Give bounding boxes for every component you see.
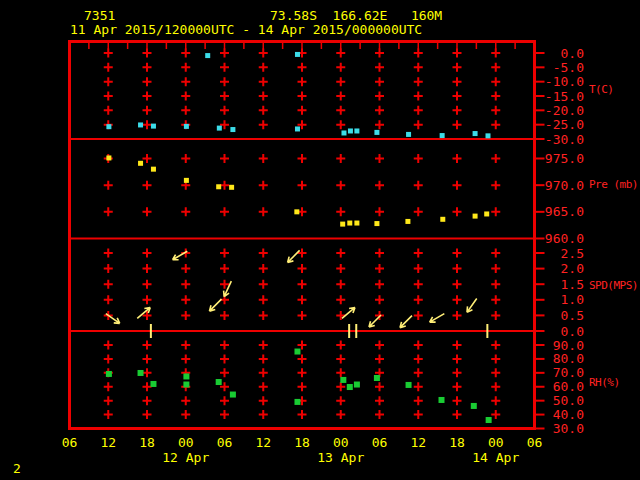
x-tick-label: 06 xyxy=(62,435,78,450)
pressure-point xyxy=(151,167,156,172)
grid-tick xyxy=(259,106,268,115)
grid-tick xyxy=(181,49,190,58)
grid-tick xyxy=(259,77,268,86)
grid-tick xyxy=(491,368,500,377)
grid-tick xyxy=(414,410,423,419)
grid-tick xyxy=(259,311,268,320)
grid-tick xyxy=(220,49,229,58)
date-label: 13 Apr xyxy=(317,450,364,465)
grid-tick xyxy=(453,106,462,115)
grid-tick xyxy=(220,92,229,101)
grid-tick xyxy=(143,410,152,419)
grid-tick xyxy=(259,368,268,377)
grid-tick xyxy=(259,63,268,72)
grid-tick xyxy=(336,49,345,58)
y-tick-label: 0.0 xyxy=(561,324,584,339)
rh-point xyxy=(150,381,156,387)
grid-tick xyxy=(336,63,345,72)
grid-tick xyxy=(336,106,345,115)
grid-tick xyxy=(104,106,113,115)
grid-tick xyxy=(143,106,152,115)
temp-point xyxy=(348,128,353,133)
grid-tick xyxy=(181,341,190,350)
panel-label: Pre (mb) xyxy=(589,178,638,191)
grid-tick xyxy=(336,77,345,86)
grid-tick xyxy=(220,341,229,350)
rh-point xyxy=(374,375,380,381)
grid-tick xyxy=(104,92,113,101)
grid-tick xyxy=(181,92,190,101)
grid-tick xyxy=(259,207,268,216)
rh-point xyxy=(486,417,492,423)
pressure-point xyxy=(138,161,143,166)
grid-tick xyxy=(453,382,462,391)
grid-tick xyxy=(104,63,113,72)
grid-tick xyxy=(336,368,345,377)
grid-tick xyxy=(491,382,500,391)
grid-tick xyxy=(336,249,345,258)
grid-tick xyxy=(143,92,152,101)
grid-tick xyxy=(336,396,345,405)
grid-tick xyxy=(181,295,190,304)
grid-tick xyxy=(414,77,423,86)
grid-tick xyxy=(336,295,345,304)
x-tick-label: 18 xyxy=(139,435,155,450)
temp-point xyxy=(440,133,445,138)
grid-tick xyxy=(375,280,384,289)
grid-tick xyxy=(491,264,500,273)
grid-tick xyxy=(453,63,462,72)
grid-tick xyxy=(375,354,384,363)
temp-point xyxy=(295,52,300,57)
grid-tick xyxy=(104,280,113,289)
grid-tick xyxy=(298,311,307,320)
rh-point xyxy=(216,379,222,385)
grid-tick xyxy=(336,207,345,216)
y-tick-label: -10.0 xyxy=(545,74,584,89)
grid-tick xyxy=(143,354,152,363)
rh-point xyxy=(183,382,189,388)
grid-tick xyxy=(104,181,113,190)
rh-point xyxy=(340,377,346,383)
grid-tick xyxy=(181,311,190,320)
grid-tick xyxy=(375,249,384,258)
grid-tick xyxy=(259,382,268,391)
temp-point xyxy=(486,133,491,138)
grid-tick xyxy=(414,181,423,190)
y-tick-label: 0.0 xyxy=(561,46,584,61)
grid-tick xyxy=(414,49,423,58)
grid-tick xyxy=(453,249,462,258)
grid-tick xyxy=(104,264,113,273)
y-tick-label: 30.0 xyxy=(553,421,584,436)
grid-tick xyxy=(298,181,307,190)
grid-tick xyxy=(491,154,500,163)
grid-tick xyxy=(259,396,268,405)
grid-tick xyxy=(298,295,307,304)
grid-tick xyxy=(181,154,190,163)
grid-tick xyxy=(298,354,307,363)
grid-tick xyxy=(336,311,345,320)
grid-tick xyxy=(220,154,229,163)
grid-tick xyxy=(143,207,152,216)
y-tick-label: 1.0 xyxy=(561,292,584,307)
grid-tick xyxy=(414,264,423,273)
pressure-point xyxy=(440,217,445,222)
y-tick-label: 1.5 xyxy=(561,277,584,292)
grid-tick xyxy=(375,92,384,101)
grid-tick xyxy=(491,280,500,289)
temp-point xyxy=(341,130,346,135)
grid-tick xyxy=(491,249,500,258)
meteogram-chart: 0.0-5.0-10.0-15.0-20.0-25.0-30.0T(C)975.… xyxy=(0,0,640,480)
grid-tick xyxy=(143,280,152,289)
grid-tick xyxy=(220,264,229,273)
y-tick-label: 60.0 xyxy=(553,379,584,394)
pressure-point xyxy=(340,222,345,227)
grid-tick xyxy=(143,295,152,304)
grid-tick xyxy=(336,382,345,391)
grid-tick xyxy=(336,280,345,289)
grid-tick xyxy=(453,264,462,273)
grid-tick xyxy=(298,382,307,391)
grid-tick xyxy=(375,396,384,405)
grid-tick xyxy=(336,181,345,190)
grid-tick xyxy=(336,92,345,101)
wind-arrow xyxy=(400,316,412,328)
